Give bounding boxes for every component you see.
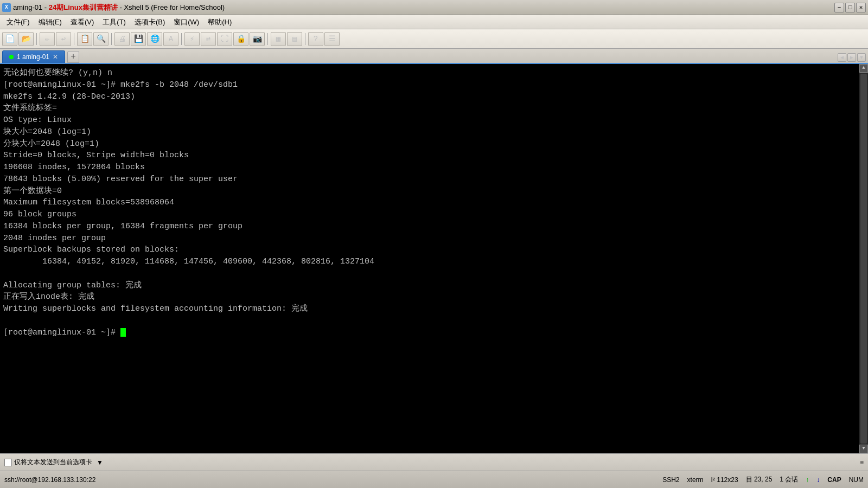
line-16: Superblock backups stored on blocks: [3,244,865,256]
tab-label: 1 aming-01 [17,53,49,61]
toolbar-more[interactable]: ▤ [287,32,302,46]
app-icon: X [2,3,11,12]
infobar: ssh://root@192.168.133.130:22 SSH2 xterm… [0,471,868,488]
line-4: 文件系统标签= [3,102,865,114]
menu-tools[interactable]: 工具(T) [98,16,130,28]
maximize-button[interactable]: □ [845,3,855,12]
titlebar: X aming-01 - 24期Linux集训营精讲 - Xshell 5 (F… [0,0,868,15]
terminal-type: xterm [687,476,704,484]
tab-add-button[interactable]: + [67,51,79,63]
toolbar-sep6 [305,33,305,45]
titlebar-buttons: − □ ✕ [834,3,866,12]
tab-status-dot [9,55,14,59]
line-18 [3,268,865,280]
toolbar-sep4 [181,33,182,45]
infobar-right: SSH2 xterm I² 112x23 目 23, 25 1 会话 ↑ ↓ C… [662,475,864,484]
tabbar: 1 aming-01 ✕ + ◀ ▶ ▼ [0,49,868,64]
tab-scroll-left[interactable]: ◀ [838,53,846,62]
close-button[interactable]: ✕ [856,3,866,12]
connection-info: ssh://root@192.168.133.130:22 [4,476,95,484]
statusbar-more[interactable]: ≡ [860,459,864,466]
toolbar-sftp[interactable]: ⇄ [201,32,216,46]
terminal-content: 无论如何也要继续? (y,n) n [root@aminglinux-01 ~]… [3,67,865,453]
toolbar-sep5 [267,33,268,45]
line-prompt: [root@aminglinux-01 ~]# [3,327,865,339]
main-area: 无论如何也要继续? (y,n) n [root@aminglinux-01 ~]… [0,64,868,488]
titlebar-title: aming-01 - 24期Linux集训营精讲 - Xshell 5 (Fre… [13,3,225,12]
toolbar-extra[interactable]: ☰ [324,32,340,46]
minimize-button[interactable]: − [834,3,844,12]
toolbar-edit[interactable]: ✏️ [40,32,55,46]
toolbar-fullscreen[interactable]: ⛶ [217,32,232,46]
tab-close-button[interactable]: ✕ [53,53,58,61]
terminal[interactable]: 无论如何也要继续? (y,n) n [root@aminglinux-01 ~]… [0,64,868,453]
statusbar: 仅将文本发送到当前选项卡 ▼ ≡ [0,453,868,471]
upload-arrow-icon: ↑ [806,476,809,484]
line-8: Stride=0 blocks, Stripe width=0 blocks [3,150,865,162]
toolbar-help[interactable]: ? [308,32,323,46]
cursor-pos: 目 23, 25 [746,475,773,484]
tab-scroll-right[interactable]: ▶ [847,53,856,62]
line-22 [3,315,865,327]
toolbar-print[interactable]: 🖨 [114,32,130,46]
toolbar-globe[interactable]: 🌐 [147,32,162,46]
cap-badge: CAP [827,476,841,484]
menu-view[interactable]: 查看(V) [66,16,98,28]
line-21: Writing superblocks and filesystem accou… [3,303,865,315]
toolbar-sep3 [111,33,112,45]
menu-edit[interactable]: 编辑(E) [34,16,66,28]
download-arrow-icon: ↓ [816,476,820,484]
line-7: 分块大小=2048 (log=1) [3,138,865,150]
scroll-up-button[interactable]: ▲ [859,64,868,73]
tab-aming01[interactable]: 1 aming-01 ✕ [2,50,65,63]
toolbar-search[interactable]: 🔍 [93,32,108,46]
statusbar-send-area: 仅将文本发送到当前选项卡 [4,458,92,467]
menu-file[interactable]: 文件(F) [2,16,34,28]
protocol-label: SSH2 [662,476,679,484]
line-12: Maximum filesystem blocks=538968064 [3,197,865,209]
line-13: 96 block groups [3,209,865,221]
line-19: Allocating group tables: 完成 [3,280,865,292]
toolbar-lock[interactable]: 🔒 [233,32,248,46]
line-9: 196608 inodes, 1572864 blocks [3,162,865,174]
size-info: I² 112x23 [711,476,738,484]
line-1: 无论如何也要继续? (y,n) n [3,67,865,79]
toolbar-sep2 [74,33,74,45]
num-badge: NUM [849,476,864,484]
toolbar-camera[interactable]: 📷 [250,32,265,46]
line-17: 16384, 49152, 81920, 114688, 147456, 409… [3,256,865,268]
cursor-block [120,328,126,337]
menubar: 文件(F) 编辑(E) 查看(V) 工具(T) 选项卡(B) 窗口(W) 帮助(… [0,15,868,29]
toolbar-open[interactable]: 📂 [18,32,34,46]
menu-tabs[interactable]: 选项卡(B) [130,16,169,28]
toolbar-new[interactable]: 📄 [2,32,17,46]
line-6: 块大小=2048 (log=1) [3,126,865,138]
scroll-down-button[interactable]: ▼ [859,445,868,453]
toolbar: 📄 📂 ✏️ ↩ 📋 🔍 🖨 💾 🌐 A ⚡ ⇄ ⛶ 🔒 📷 ▦ ▤ ? ☰ [0,29,868,49]
session-count: 1 会话 [780,475,798,484]
line-10: 78643 blocks (5.00%) reserved for the su… [3,174,865,185]
toolbar-log[interactable]: 💾 [131,32,146,46]
send-checkbox[interactable] [4,459,12,466]
toolbar-undo[interactable]: ↩ [56,32,71,46]
toolbar-copy[interactable]: 📋 [77,32,92,46]
line-11: 第一个数据块=0 [3,185,865,197]
line-5: OS type: Linux [3,114,865,126]
send-label: 仅将文本发送到当前选项卡 [14,458,92,467]
menu-window[interactable]: 窗口(W) [169,16,203,28]
scrollbar: ▲ ▼ [859,64,868,453]
toolbar-font[interactable]: A [163,32,178,46]
line-14: 16384 blocks per group, 16384 fragments … [3,221,865,233]
toolbar-sep1 [36,33,37,45]
line-2: [root@aminglinux-01 ~]# mke2fs -b 2048 /… [3,79,865,91]
scroll-thumb[interactable] [860,74,867,444]
tabbar-scroll: ◀ ▶ ▼ [838,53,866,63]
statusbar-dropdown[interactable]: ▼ [97,459,103,466]
tab-scroll-dropdown[interactable]: ▼ [857,53,866,62]
line-20: 正在写入inode表: 完成 [3,291,865,303]
line-3: mke2fs 1.42.9 (28-Dec-2013) [3,91,865,103]
toolbar-layout[interactable]: ▦ [271,32,286,46]
toolbar-session[interactable]: ⚡ [184,32,200,46]
titlebar-left: X aming-01 - 24期Linux集训营精讲 - Xshell 5 (F… [2,3,225,12]
menu-help[interactable]: 帮助(H) [203,16,236,28]
